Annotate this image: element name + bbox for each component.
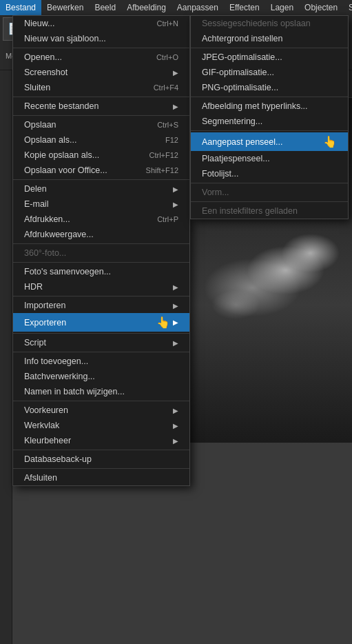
- menu-item-werkvlak-arrow: ▶: [173, 422, 178, 430]
- menu-item-samenvoegen[interactable]: Foto's samenvoegen...: [13, 264, 189, 279]
- menu-item-exporteren[interactable]: Exporteren 👆 ▶: [13, 313, 189, 332]
- submenu-item-fotolijst-label: Fotolijst...: [202, 169, 239, 179]
- exporteren-cursor-icon: 👆: [156, 316, 170, 329]
- separator-6: [13, 262, 189, 263]
- aangepast-cursor-icon: 👆: [323, 135, 337, 148]
- submenu-item-plaatjes-label: Plaatjespenseel...: [202, 154, 270, 163]
- menu-item-script-label: Script: [24, 338, 46, 348]
- menu-item-namen-label: Namen in batch wijzigen...: [24, 387, 125, 396]
- submenu-item-segmentering[interactable]: Segmentering...: [191, 114, 348, 129]
- submenu-separator-4: [191, 183, 348, 183]
- menu-item-afdrukweergave-label: Afdrukweergave...: [24, 230, 94, 239]
- menu-item-voorkeuren[interactable]: Voorkeuren ▶: [13, 403, 189, 418]
- menu-item-email[interactable]: E-mail ▶: [13, 197, 189, 212]
- menu-item-namen[interactable]: Namen in batch wijzigen...: [13, 384, 189, 399]
- submenu-separator-2: [191, 97, 348, 97]
- menu-item-openen[interactable]: Openen... Ctrl+O: [13, 50, 189, 65]
- menu-item-delen[interactable]: Delen ▶: [13, 181, 189, 197]
- menubar-item-lagen[interactable]: Lagen: [265, 0, 299, 15]
- menu-item-screenshot[interactable]: Screenshot ▶: [13, 65, 189, 80]
- menu-item-opslaan[interactable]: Opslaan Ctrl+S: [13, 117, 189, 132]
- submenu-separator-1: [191, 48, 348, 48]
- menu-item-kopie-opslaan-label: Kopie opslaan als...: [24, 150, 99, 160]
- submenu-item-hyperlinks[interactable]: Afbeelding met hyperlinks...: [191, 99, 348, 114]
- menu-item-recente[interactable]: Recente bestanden ▶: [13, 99, 189, 114]
- separator-10: [13, 401, 189, 401]
- menu-item-kleurbeheer[interactable]: Kleurbeheer ▶: [13, 433, 189, 448]
- menu-item-werkvlak-label: Werkvlak: [24, 421, 59, 430]
- submenu-item-hyperlinks-label: Afbeelding met hyperlinks...: [202, 101, 308, 111]
- submenu-item-sessie: Sessiegeschiedenis opslaan: [191, 16, 348, 31]
- submenu-item-gif[interactable]: GIF-optimalisatie...: [191, 65, 348, 80]
- separator-9: [13, 352, 189, 352]
- menu-item-afdrukken[interactable]: Afdrukken... Ctrl+P: [13, 212, 189, 227]
- menu-item-samenvoegen-label: Foto's samenvoegen...: [24, 267, 111, 276]
- menu-item-sluiten-label: Sluiten: [24, 83, 50, 92]
- menubar-item-aanpassen[interactable]: Aanpassen: [172, 0, 224, 15]
- menu-item-afsluiten[interactable]: Afsluiten: [13, 470, 189, 485]
- menu-item-script-arrow: ▶: [173, 339, 178, 347]
- menu-item-voorkeuren-arrow: ▶: [173, 407, 178, 414]
- menu-item-opslaan-office-shortcut: Shift+F12: [146, 166, 178, 174]
- menu-item-afdrukweergave[interactable]: Afdrukweergave...: [13, 227, 189, 242]
- menubar-item-objecten[interactable]: Objecten: [299, 0, 343, 15]
- menu-item-importeren-label: Importeren: [24, 301, 65, 310]
- menu-item-sluiten-shortcut: Ctrl+F4: [154, 83, 178, 92]
- submenu-item-png[interactable]: PNG-optimalisatie...: [191, 80, 348, 95]
- menu-item-info-label: Info toevoegen...: [24, 356, 88, 366]
- menu-item-script[interactable]: Script ▶: [13, 335, 189, 350]
- submenu-item-jpeg-label: JPEG-optimalisatie...: [202, 52, 282, 62]
- submenu-item-png-label: PNG-optimalisatie...: [202, 83, 278, 92]
- menu-item-opslaan-als-label: Opslaan als...: [24, 135, 76, 145]
- menu-item-info[interactable]: Info toevoegen...: [13, 354, 189, 369]
- menu-item-databaseback-label: Databaseback-up: [24, 454, 92, 464]
- menu-item-screenshot-arrow: ▶: [173, 69, 178, 77]
- menubar-item-bewerken[interactable]: Bewerken: [41, 0, 89, 15]
- menubar-item-beeld[interactable]: Beeld: [89, 0, 121, 15]
- menu-item-opslaan-office[interactable]: Opslaan voor Office... Shift+F12: [13, 163, 189, 178]
- menu-item-importeren-arrow: ▶: [173, 302, 178, 310]
- submenu-item-vorm: Vorm...: [191, 185, 348, 200]
- menu-item-opslaan-als-shortcut: F12: [165, 136, 178, 144]
- menu-item-360-label: 360°-foto...: [24, 248, 66, 258]
- menubar-item-sele[interactable]: Sele: [343, 0, 352, 15]
- submenu-item-achtergrond[interactable]: Achtergrond instellen: [191, 31, 348, 46]
- menu-item-kleurbeheer-label: Kleurbeheer: [24, 436, 71, 445]
- menu-item-sluiten[interactable]: Sluiten Ctrl+F4: [13, 80, 189, 95]
- submenu-item-aangepast[interactable]: Aangepast penseel... 👆: [191, 132, 348, 151]
- menu-item-recente-label: Recente bestanden: [24, 101, 99, 111]
- menu-item-delen-label: Delen: [24, 184, 47, 194]
- submenu-item-fotolijst[interactable]: Fotolijst...: [191, 166, 348, 181]
- menu-item-werkvlak[interactable]: Werkvlak ▶: [13, 418, 189, 433]
- submenu-item-plaatjes[interactable]: Plaatjespenseel...: [191, 151, 348, 166]
- separator-12: [13, 468, 189, 469]
- menubar: Bestand Bewerken Beeld Afbeelding Aanpas…: [0, 0, 352, 15]
- menu-item-hdr[interactable]: HDR ▶: [13, 279, 189, 294]
- separator-3: [13, 115, 189, 116]
- menu-item-databaseback[interactable]: Databaseback-up: [13, 452, 189, 467]
- menu-item-voorkeuren-label: Voorkeuren: [24, 405, 68, 415]
- left-sidebar: [0, 15, 12, 644]
- menu-item-batch[interactable]: Batchverwerking...: [13, 369, 189, 384]
- menu-item-hdr-label: HDR: [24, 282, 43, 292]
- menu-item-screenshot-label: Screenshot: [24, 68, 68, 77]
- menu-item-opslaan-als[interactable]: Opslaan als... F12: [13, 132, 189, 148]
- menu-item-nieuw[interactable]: Nieuw... Ctrl+N: [13, 16, 189, 31]
- menubar-item-effecten[interactable]: Effecten: [224, 0, 265, 15]
- menu-item-importeren[interactable]: Importeren ▶: [13, 298, 189, 313]
- submenu-item-sessie-label: Sessiegeschiedenis opslaan: [202, 19, 311, 28]
- menu-item-kleurbeheer-arrow: ▶: [173, 437, 178, 445]
- submenu-exporteren: Sessiegeschiedenis opslaan Achtergrond i…: [190, 15, 349, 219]
- menu-item-opslaan-label: Opslaan: [24, 120, 56, 130]
- submenu-separator-5: [191, 201, 348, 202]
- submenu-item-gif-label: GIF-optimalisatie...: [202, 68, 274, 77]
- separator-4: [13, 179, 189, 180]
- menubar-item-bestand[interactable]: Bestand: [0, 0, 41, 15]
- menu-item-nieuw-sjabloon[interactable]: Nieuw van sjabloon...: [13, 31, 189, 46]
- separator-2: [13, 97, 189, 97]
- menu-item-afsluiten-label: Afsluiten: [24, 473, 57, 483]
- menu-item-email-label: E-mail: [24, 199, 48, 209]
- submenu-item-jpeg[interactable]: JPEG-optimalisatie...: [191, 50, 348, 65]
- menubar-item-afbeelding[interactable]: Afbeelding: [121, 0, 172, 15]
- menu-item-kopie-opslaan[interactable]: Kopie opslaan als... Ctrl+F12: [13, 148, 189, 163]
